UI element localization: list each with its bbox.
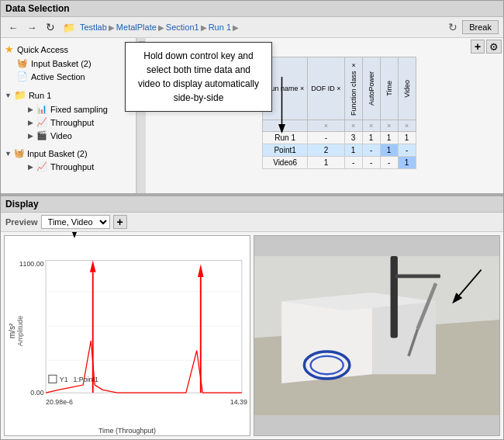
sub-header-4: × xyxy=(362,120,380,132)
table-row-video6[interactable]: Video6 1 - - - 1 xyxy=(263,157,416,169)
cell-time-2: 1 xyxy=(380,144,398,157)
col-header-video: Video xyxy=(398,57,416,120)
sub-header-3: × xyxy=(344,120,362,132)
chart-right-x-max: 20.94 xyxy=(478,435,496,436)
col-header-time: Time xyxy=(380,57,398,120)
video-svg xyxy=(254,236,499,435)
back-button[interactable]: ← xyxy=(5,19,21,35)
chart-right-x-unit: s xyxy=(375,435,378,436)
throughput2-icon: 📈 xyxy=(36,161,47,171)
charts-area: m/s² Amplitude 1100.00 0.00 xyxy=(1,232,503,439)
throughput-label: Throughput xyxy=(50,118,94,127)
table-gear-button[interactable]: ⚙ xyxy=(486,40,502,54)
breadcrumb-link-run1[interactable]: Run 1 xyxy=(209,23,231,32)
refresh-small-button[interactable]: ↻ xyxy=(43,19,58,35)
table-add-button[interactable]: + xyxy=(471,40,485,54)
svg-text:1:Point1: 1:Point1 xyxy=(73,376,98,383)
table-row-point1[interactable]: Point1 2 1 - 1 - xyxy=(263,144,416,157)
breadcrumb-metalplate[interactable]: MetalPlate ▶ xyxy=(116,23,164,32)
col-header-function-class: Function class × xyxy=(344,57,362,120)
svg-text:Y1: Y1 xyxy=(60,376,68,383)
basket2-icon: 🧺 xyxy=(14,148,25,158)
svg-text:14.39: 14.39 xyxy=(230,398,247,406)
cell-ap-2: - xyxy=(362,144,380,157)
function-class-label: Function class × xyxy=(348,59,359,118)
breadcrumb-link-testlab[interactable]: Testlab xyxy=(80,23,107,32)
chart-right-x-min: -2.89 xyxy=(257,435,274,436)
breadcrumb-sep-4: ▶ xyxy=(233,23,239,32)
breadcrumb-run1[interactable]: Run 1 ▶ xyxy=(209,23,239,32)
refresh-button[interactable]: ↻ xyxy=(448,21,457,33)
throughput2-expand: ▶ xyxy=(28,163,33,171)
cell-run-name-1: Run 1 xyxy=(263,132,308,144)
tree-item-throughput[interactable]: ▶ 📈 Throughput xyxy=(16,116,132,129)
display-header: Display xyxy=(1,196,503,213)
tree-item-throughput2[interactable]: ▶ 📈 Throughput xyxy=(16,160,132,173)
callout-tooltip: Hold down control key and select both ti… xyxy=(125,42,272,112)
cell-time-1: 1 xyxy=(380,132,398,144)
breadcrumb-link-section1[interactable]: Section1 xyxy=(166,23,199,32)
cell-video-1: 1 xyxy=(398,132,416,144)
preview-add-button[interactable]: + xyxy=(113,215,127,229)
breadcrumb-testlab[interactable]: Testlab ▶ xyxy=(80,23,115,32)
throughput2-label: Throughput xyxy=(50,162,94,171)
autopower-label: AutoPower xyxy=(366,69,377,108)
basket-icon: 🧺 xyxy=(17,58,28,68)
chart-svg-left: m/s² Amplitude 1100.00 0.00 xyxy=(5,236,250,426)
sub-header-6: × xyxy=(398,120,416,132)
toolbar: ← → ↻ 📁 Testlab ▶ MetalPlate ▶ Section1 … xyxy=(1,17,503,38)
table-row-run1[interactable]: Run 1 - 3 1 1 1 xyxy=(263,132,416,144)
video-label: Video xyxy=(402,78,413,100)
cell-func-2: 1 xyxy=(344,144,362,157)
tree-group-run1: ▼ 📁 Run 1 ▶ 📊 Fixed sampling ▶ 📈 xyxy=(5,88,132,142)
basket2-children: ▶ 📈 Throughput xyxy=(5,160,132,173)
svg-text:1100.00: 1100.00 xyxy=(19,260,44,268)
tree-item-active-section[interactable]: 📄 Active Section xyxy=(5,70,132,83)
sub-header-5: × xyxy=(380,120,398,132)
tree-item-fixed-sampling[interactable]: ▶ 📊 Fixed sampling xyxy=(16,102,132,116)
window-title: Data Selection xyxy=(5,3,70,14)
cell-video-3: 1 xyxy=(398,157,416,169)
svg-rect-7 xyxy=(46,260,242,393)
svg-rect-31 xyxy=(391,256,398,338)
cell-video-2: - xyxy=(398,144,416,157)
quick-access-header: ★ Quick Access xyxy=(5,42,132,57)
forward-button[interactable]: → xyxy=(24,19,40,35)
breadcrumb-link-metalplate[interactable]: MetalPlate xyxy=(116,23,157,32)
break-button[interactable]: Break xyxy=(462,20,499,34)
expand-icon-basket2: ▼ xyxy=(5,150,12,158)
sub-header-1 xyxy=(263,120,308,132)
basket2-group-header[interactable]: ▼ 🧺 Input Basket (2) xyxy=(5,147,132,160)
x-axis-label-text: Time (Throughput) xyxy=(98,427,156,435)
quick-access-label: Quick Access xyxy=(17,45,68,54)
basket2-label: Input Basket (2) xyxy=(27,149,88,158)
time-label: Time xyxy=(384,78,395,99)
fixed-sampling-label: Fixed sampling xyxy=(50,105,108,114)
active-section-label: Active Section xyxy=(31,72,85,81)
svg-text:Amplitude: Amplitude xyxy=(16,316,24,346)
run1-group-header[interactable]: ▼ 📁 Run 1 xyxy=(5,88,132,102)
expand-icon-run1: ▼ xyxy=(5,92,12,99)
video-scene xyxy=(254,236,499,435)
svg-rect-32 xyxy=(395,275,440,279)
cell-dof-1: - xyxy=(308,132,344,144)
throughput-expand: ▶ xyxy=(28,119,33,126)
sub-header-2: × xyxy=(308,120,344,132)
cell-func-3: - xyxy=(344,157,362,169)
preview-label: Preview xyxy=(5,217,38,227)
breadcrumb-section1[interactable]: Section1 ▶ xyxy=(166,23,207,32)
folder-run1-icon: 📁 xyxy=(14,89,26,101)
fixed-icon: 📊 xyxy=(36,104,47,114)
svg-text:0.00: 0.00 xyxy=(30,389,43,397)
breadcrumb-sep-1: ▶ xyxy=(109,23,115,32)
display-section: Display Preview Time, Video + m/s² Ampli… xyxy=(1,195,503,439)
tree-group-basket2: ▼ 🧺 Input Basket (2) ▶ 📈 Throughput xyxy=(5,147,132,173)
breadcrumb-sep-2: ▶ xyxy=(158,23,164,32)
svg-text:m/s²: m/s² xyxy=(8,323,16,338)
callout-text: Hold down control key and select both ti… xyxy=(138,50,259,103)
fixed-expand: ▶ xyxy=(28,106,33,113)
tree-item-input-basket[interactable]: 🧺 Input Basket (2) xyxy=(5,57,132,70)
tree-item-video[interactable]: ▶ 🎬 Video xyxy=(16,129,132,142)
section-icon: 📄 xyxy=(17,71,28,81)
preview-select[interactable]: Time, Video xyxy=(41,215,110,229)
